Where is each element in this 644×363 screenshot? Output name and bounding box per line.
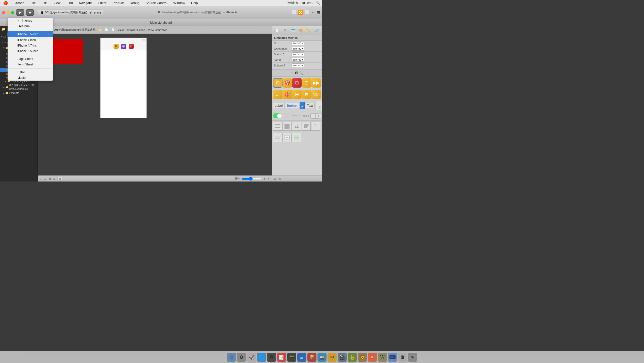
zoom-slider[interactable]: 89%	[235, 177, 240, 180]
library-grid-btn[interactable]: ⊞	[274, 177, 276, 180]
library-tab-filter[interactable]: 🔍	[299, 71, 303, 75]
segmented-1-widget[interactable]: 1 2	[300, 102, 305, 109]
other-vc-icon[interactable]: ▷▷	[311, 90, 321, 99]
fit-scene-btn[interactable]: ⤢	[267, 177, 270, 180]
dropdown-item-detail[interactable]: Detail	[8, 69, 53, 75]
status-bar-dropdown[interactable]: Inferred ▾	[291, 52, 304, 56]
nav-vc-icon[interactable]: ⊟	[302, 78, 311, 88]
breadcrumb-scene[interactable]: View Controller Scene	[118, 28, 145, 31]
panel-toggle-right[interactable]: ⬜	[305, 10, 310, 15]
canvas-bottom-bar: + ⏱ ⊟ ◎ ⊞ − 89% + ⤢	[38, 175, 272, 182]
breadcrumb-project[interactable]: 001使用autoresizing实现屏幕适配	[54, 28, 95, 32]
canvas-add-btn[interactable]: +	[40, 177, 42, 181]
run-button[interactable]: ▶	[16, 9, 24, 16]
zoom-range-input[interactable]	[242, 177, 262, 180]
dropdown-item-iphone47[interactable]: iPhone 4.7-inch	[8, 43, 53, 48]
table-vc-icon[interactable]: 🎯	[282, 78, 292, 88]
text-widget[interactable]: Text	[305, 103, 315, 108]
slider-widget[interactable]: —⊙	[315, 101, 322, 110]
dropdown-item-inferred[interactable]: ✓Inferred	[8, 18, 53, 23]
connections-inspector-btn[interactable]: 🔗	[314, 28, 320, 34]
size-dropdown[interactable]: Inferred ▾	[291, 41, 304, 45]
page-vc-icon[interactable]: ...	[273, 90, 282, 99]
text-view-widget[interactable]	[302, 122, 311, 131]
size-inspector-btn[interactable]: 📐	[306, 28, 312, 34]
table-view-widget[interactable]	[273, 122, 282, 131]
sim-icon-1[interactable]: ⊞	[114, 44, 119, 49]
stepper-widget[interactable]: − +	[310, 113, 321, 119]
quick-help-btn[interactable]: ?	[282, 28, 288, 34]
top-bar-dropdown[interactable]: Inferred ▾	[291, 58, 304, 62]
menu-source-control[interactable]: Source Control	[145, 1, 168, 5]
identity-inspector-btn[interactable]: 🪪	[290, 28, 296, 34]
orientation-dropdown[interactable]: Inferred ▾	[291, 47, 304, 51]
view-options-icon[interactable]: ⊞	[317, 10, 320, 15]
sim-icon-2[interactable]: 🎲	[121, 44, 126, 49]
apple-menu[interactable]: 🍎	[2, 0, 9, 6]
zoom-in-btn[interactable]: +	[264, 177, 265, 180]
activity-indicator-widget[interactable]	[283, 112, 290, 119]
tab-bar-vc-icon[interactable]: ▶▶	[311, 78, 321, 88]
panel-toggle-left[interactable]: ⬜	[292, 10, 297, 15]
gl-kit-icon[interactable]: ⊟	[302, 90, 311, 99]
collection-vc-icon[interactable]: ⊡	[292, 78, 302, 88]
editor-split-icon[interactable]: ↔	[311, 10, 315, 15]
menu-file[interactable]: File	[29, 1, 37, 5]
menu-window[interactable]: Window	[172, 1, 186, 5]
button-widget[interactable]: Button	[285, 103, 299, 108]
scheme-selector[interactable]: 📱 001使用autoresizing实现屏幕适配 › iPhone 6	[38, 10, 103, 15]
picker-view-widget[interactable]	[273, 133, 282, 142]
close-button[interactable]	[2, 11, 5, 14]
dropdown-item-iphone55[interactable]: iPhone 5.5-inch	[8, 48, 53, 54]
menu-xcode[interactable]: Xcode	[14, 1, 25, 5]
ui-control-row: − +	[272, 111, 322, 120]
page-control-widget[interactable]	[303, 115, 309, 117]
view-controller-icon[interactable]: ⊞	[273, 78, 282, 88]
progress-view-widget[interactable]	[292, 116, 302, 116]
maximize-button[interactable]	[11, 11, 14, 14]
file-inspector-btn[interactable]: 📄	[274, 28, 280, 34]
storyboard-mode-btn[interactable]: ⊞	[57, 177, 62, 180]
attributes-inspector-btn[interactable]: 🎨	[298, 28, 304, 34]
panel-toggle-center[interactable]: 🔀	[298, 10, 303, 15]
image-view-widget[interactable]	[292, 122, 301, 131]
stop-button[interactable]: ■	[26, 9, 34, 16]
sidebar-folder-icon[interactable]: 📁	[2, 27, 6, 31]
dropdown-item-iphone35[interactable]: iPhone 3.5-inch ›	[8, 31, 53, 37]
collection-view-widget[interactable]	[282, 122, 292, 131]
dropdown-item-iphone4[interactable]: iPhone 4-inch	[8, 37, 53, 43]
label-widget[interactable]: Label	[273, 103, 284, 108]
sidebar-item-products[interactable]: ▸ 📁 Products	[0, 91, 38, 95]
minimize-button[interactable]	[7, 11, 10, 14]
canvas-fit-btn[interactable]: ⏱	[44, 177, 47, 180]
library-tab-icons[interactable]: ⊞	[291, 71, 293, 75]
menu-editor[interactable]: Editor	[97, 1, 108, 5]
menu-help[interactable]: Help	[190, 1, 199, 5]
zoom-out-btn[interactable]: −	[231, 177, 232, 180]
map-view-widget[interactable]: Map	[292, 133, 301, 142]
canvas-zoom-btn[interactable]: ◎	[53, 177, 55, 180]
sim-icon-3[interactable]: ⊡	[129, 44, 134, 49]
breadcrumb-vc[interactable]: View Controller	[148, 28, 167, 31]
canvas-grid-btn[interactable]: ⊟	[49, 177, 51, 180]
dropdown-item-master[interactable]: Master	[8, 75, 53, 81]
search-icon[interactable]: 🔍	[316, 1, 320, 5]
dropdown-item-pagesheet[interactable]: Page Sheet	[8, 56, 53, 62]
menu-navigate[interactable]: Navigate	[78, 1, 93, 5]
sidebar-item-tests-group[interactable]: ▸ 📁 001使用autoresizi...实现屏幕适配Tests	[0, 83, 38, 91]
menu-find[interactable]: Find	[65, 1, 74, 5]
library-filter-btn[interactable]: ◎	[278, 177, 281, 180]
web-view-widget[interactable]: ●●●	[311, 122, 320, 131]
menu-view[interactable]: View	[52, 1, 61, 5]
dropdown-item-formsheet[interactable]: Form Sheet	[8, 62, 53, 67]
date-picker-widget[interactable]: Jan 1	[282, 133, 292, 142]
av-kit-icon[interactable]: ⊞	[292, 90, 302, 99]
split-vc-icon[interactable]: 🎯	[282, 90, 292, 99]
switch-widget[interactable]	[273, 113, 282, 118]
menu-product[interactable]: Product	[112, 1, 125, 5]
bottom-bar-dropdown[interactable]: Inferred ▾	[291, 63, 304, 67]
dropdown-item-freeform[interactable]: Freeform	[8, 23, 53, 29]
menu-edit[interactable]: Edit	[41, 1, 48, 5]
library-tab-media[interactable]: 🖼	[295, 71, 298, 75]
menu-debug[interactable]: Debug	[129, 1, 140, 5]
